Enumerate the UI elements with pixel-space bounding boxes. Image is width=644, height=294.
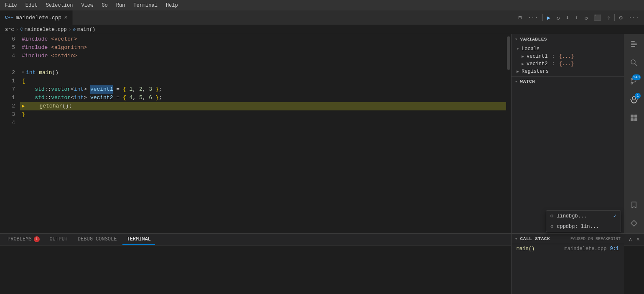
toolbar-buttons: ⊟ ··· ▶ ↻ ⬇ ⬆ ↺ ⬛ ⇑ ⚙ ··· [513,13,644,23]
activity-debug[interactable]: 1 [626,91,642,108]
menu-selection[interactable]: Selection [44,2,75,9]
tab-debug-console-label: DEBUG CONSOLE [78,236,117,242]
code-line: std::vector<int> vecint2 = { 4, 5, 6 }; [20,94,506,102]
activity-source-control[interactable]: 140 [626,73,642,89]
step-out-button[interactable]: ⬆ [573,13,580,23]
bottom-tabs-list: PROBLEMS 1 OUTPUT DEBUG CONSOLE TERMINAL [3,234,155,245]
vecint2-arrow-icon: ▶ [522,61,524,66]
tab-close-button[interactable]: × [64,14,67,21]
editor-scrollbar[interactable] [506,34,511,233]
variable-vecint1[interactable]: ▶ vecint1 : {...} [512,53,624,60]
watch-header[interactable]: ▾ WATCH [512,77,624,87]
svg-rect-14 [634,115,637,118]
code-line: #include <algorithm> [20,43,506,52]
tab-maindelete-cpp[interactable]: C++ maindelete.cpp × [0,10,73,25]
more-button[interactable]: ··· [526,13,540,22]
vecint2-value: {...} [559,61,574,67]
variables-section: ▾ VARIABLES ▾ Locals ▶ vecint1 : {...} [512,34,624,77]
close-panel-button[interactable]: × [636,235,641,244]
activity-search[interactable] [626,54,642,71]
menu-file[interactable]: File [3,2,19,9]
menu-help[interactable]: Help [164,2,180,9]
code-area[interactable]: #include <vector> #include <algorithm> #… [20,34,506,233]
variables-title: VARIABLES [520,37,547,42]
variables-header[interactable]: ▾ VARIABLES [512,34,624,44]
locals-arrow-icon: ▾ [517,46,519,51]
continue-button[interactable]: ▶ [545,13,552,23]
breadcrumb-symbol[interactable]: main() [77,27,95,33]
line-numbers: 6 5 4 2 1 7 1 2 3 4 [0,34,20,233]
terminal-item-icon-2: ⚙ [550,223,553,230]
current-debug-line: ▶ getchar(); [20,102,506,110]
stop-button[interactable]: ⬛ [592,13,603,23]
disconnect-button[interactable]: ⇑ [605,13,612,23]
breadcrumb-file[interactable]: maindelete.cpp [25,27,67,33]
call-stack-frame-name: main() [517,246,535,252]
menu-view[interactable]: View [79,2,95,9]
svg-rect-13 [631,115,634,118]
tab-problems-label: PROBLEMS [8,236,32,242]
menubar: File Edit Selection View Go Run Terminal… [0,0,644,10]
terminal-item-cppdbg[interactable]: ⚙ cppdbg: lin... [546,221,621,232]
menu-run[interactable]: Run [115,2,127,9]
code-line [20,119,506,127]
code-line [20,60,506,69]
breadcrumb-file-icon: C [20,27,23,32]
code-line: { [20,77,506,85]
step-over-button[interactable]: ↻ [555,13,561,23]
call-stack-panel: ▾ CALL STACK PAUSED ON BREAKPOINT main()… [511,233,624,294]
activity-remote[interactable] [626,215,642,232]
call-stack-frame-file: maindelete.cpp [565,246,607,252]
menu-terminal[interactable]: Terminal [132,2,159,9]
split-editor-button[interactable]: ⊟ [517,13,523,23]
watch-title: WATCH [520,79,535,84]
editor[interactable]: 6 5 4 2 1 7 1 2 3 4 #include <vector> [0,34,511,233]
variable-vecint2[interactable]: ▶ vecint2 : {...} [512,60,624,68]
tab-terminal[interactable]: TERMINAL [122,234,155,245]
call-stack-frame-main[interactable]: main() maindelete.cpp 9:1 [512,244,624,253]
scrollbar-thumb [507,36,510,70]
settings-button[interactable]: ⚙ [617,13,624,23]
activity-bar: 140 1 [624,34,644,233]
call-stack-header[interactable]: ▾ CALL STACK PAUSED ON BREAKPOINT [512,234,624,244]
tab-problems[interactable]: PROBLEMS 1 [3,234,44,245]
breadcrumb: src › C maindelete.cpp › ⊙ main() [0,25,644,34]
call-stack-title: CALL STACK [520,236,550,241]
main-area: 6 5 4 2 1 7 1 2 3 4 #include <vector> [0,34,644,233]
more2-button[interactable]: ··· [627,13,641,22]
terminal-item-label-1: lindbgb... [557,213,587,219]
registers-label: Registers [522,69,549,74]
step-into-button[interactable]: ⬇ [564,13,571,23]
variables-collapse-icon: ▾ [515,37,518,42]
registers-group[interactable]: ▶ Registers [512,68,624,75]
menu-edit[interactable]: Edit [24,2,39,9]
debug-arrow-icon: ▶ [22,102,25,110]
tab-output-label: OUTPUT [50,236,68,242]
terminal-item-icon-1: ⚙ [550,213,553,219]
tab-label: maindelete.cpp [16,15,61,21]
maximize-panel-button[interactable]: ∧ [628,235,633,244]
debug-badge: 1 [635,93,641,99]
restart-button[interactable]: ↺ [583,13,589,23]
vecint1-arrow-icon: ▶ [522,54,524,59]
code-line: #include <cstdio> [20,52,506,60]
terminal-item-label-2: cppdbg: lin... [557,224,599,230]
tab-output[interactable]: OUTPUT [46,234,72,245]
terminal-item-lindbgb[interactable]: ⚙ lindbgb... ✓ [546,211,621,221]
variables-tree: ▾ Locals ▶ vecint1 : {...} ▶ vecint2 : {… [512,44,624,76]
menu-go[interactable]: Go [100,2,109,9]
cpp-file-icon: C++ [5,15,13,20]
locals-group[interactable]: ▾ Locals [512,45,624,53]
activity-extensions[interactable] [626,110,642,126]
breadcrumb-symbol-icon: ⊙ [73,27,76,32]
svg-point-4 [631,60,635,64]
tab-debug-console[interactable]: DEBUG CONSOLE [74,234,121,245]
problems-badge: 1 [34,236,40,242]
svg-rect-2 [631,44,637,45]
activity-explorer[interactable] [626,36,642,53]
svg-line-5 [635,64,637,66]
tabbar: C++ maindelete.cpp × ⊟ ··· ▶ ↻ ⬇ ⬆ ↺ ⬛ ⇑… [0,10,644,25]
breadcrumb-src[interactable]: src [5,27,14,33]
tab-terminal-label: TERMINAL [127,236,151,242]
activity-bookmarks[interactable] [626,197,642,213]
